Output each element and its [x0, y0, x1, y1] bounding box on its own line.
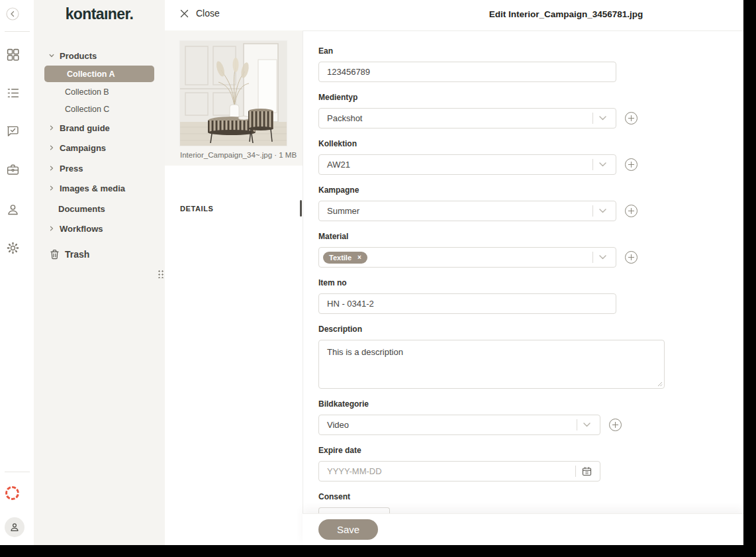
app-window: kontaıner. Products Collection A Collect…	[0, 0, 743, 545]
sidebar-item-images-media[interactable]: Images & media	[34, 181, 165, 195]
field-kampagne: Kampagne Summer	[318, 185, 743, 221]
sidebar-item-label: Images & media	[60, 183, 125, 193]
field-label: Description	[318, 325, 743, 334]
material-multiselect[interactable]: Textile ×	[318, 247, 616, 268]
add-option-button[interactable]	[609, 419, 622, 431]
edit-header: Close Edit Interior_Campaign_3456781.jpg	[165, 0, 743, 31]
sidebar-item-label: Workflows	[60, 224, 103, 234]
tag-label: Textile	[329, 254, 352, 262]
select-divider	[592, 159, 593, 170]
grid-view-icon[interactable]	[5, 46, 21, 62]
medientyp-select[interactable]: Packshot	[318, 108, 616, 128]
resize-corner-icon[interactable]	[657, 381, 663, 387]
selected-value: AW21	[327, 160, 592, 170]
close-button[interactable]: Close	[180, 8, 220, 19]
sidebar-item-label: Documents	[58, 204, 105, 214]
main-panel: Close Edit Interior_Campaign_3456781.jpg	[165, 0, 743, 545]
kollektion-select[interactable]: AW21	[318, 154, 616, 175]
kontainer-logo: kontaıner.	[34, 5, 165, 23]
selected-value: Summer	[327, 206, 592, 216]
trash-can-icon	[50, 249, 60, 260]
collapse-sidebar-icon[interactable]	[5, 6, 21, 22]
account-avatar[interactable]	[5, 517, 24, 537]
tab-details[interactable]: DETAILS	[180, 205, 213, 213]
sidebar-item-collection-a-active[interactable]: Collection A	[44, 66, 154, 82]
chevron-down-icon	[599, 209, 606, 213]
sidebar-item-brand-guide[interactable]: Brand guide	[34, 121, 165, 134]
ean-input-wrap	[318, 62, 616, 82]
item-no-input-wrap	[318, 293, 616, 314]
asset-panel: Interior_Campaign_34~.jpg · 1 MB DETAILS	[165, 30, 303, 545]
chevron-down-icon	[599, 255, 606, 260]
description-textarea[interactable]: This is a description	[319, 340, 664, 388]
sidebar-item-label: Trash	[65, 249, 89, 260]
chevron-right-icon	[49, 226, 54, 231]
field-label: Item no	[318, 278, 743, 288]
sidebar-item-products[interactable]: Products	[34, 49, 165, 62]
field-ean: Ean	[318, 46, 743, 82]
add-option-button[interactable]	[625, 158, 638, 171]
chevron-down-icon	[583, 423, 591, 427]
sidebar-item-workflows[interactable]: Workflows	[34, 222, 165, 235]
select-divider	[592, 113, 593, 124]
description-textarea-wrap: This is a description	[318, 340, 665, 389]
chevron-right-icon	[49, 185, 54, 191]
chevron-right-icon	[49, 145, 54, 150]
ean-input[interactable]	[327, 67, 608, 77]
icon-rail	[0, 0, 34, 545]
field-expire-date: Expire date	[318, 446, 743, 481]
field-material: Material Textile ×	[318, 232, 743, 268]
rail-divider	[5, 472, 30, 472]
selected-value: Packshot	[327, 113, 592, 123]
expire-date-input-wrap	[318, 461, 600, 481]
sidebar-item-label: Products	[60, 51, 97, 61]
calendar-icon[interactable]	[582, 466, 592, 476]
save-button[interactable]: Save	[318, 519, 378, 540]
rail-divider	[5, 31, 30, 32]
sidebar-item-press[interactable]: Press	[34, 162, 165, 175]
sidebar-item-label: Press	[60, 164, 83, 174]
field-label: Bildkategorie	[318, 399, 743, 409]
user-icon[interactable]	[5, 201, 21, 217]
bildkategorie-select[interactable]: Video	[318, 415, 600, 435]
add-option-button[interactable]	[625, 251, 638, 264]
sidebar-item-label: Collection B	[65, 87, 109, 97]
expire-date-input[interactable]	[327, 466, 575, 476]
select-divider	[592, 205, 593, 217]
field-label: Material	[318, 232, 743, 242]
tag-remove-icon[interactable]: ×	[357, 254, 361, 261]
asset-filename-caption: Interior_Campaign_34~.jpg · 1 MB	[180, 151, 297, 159]
comment-check-icon[interactable]	[5, 123, 21, 138]
field-label: Expire date	[318, 446, 743, 456]
item-no-input[interactable]	[327, 299, 608, 309]
add-option-button[interactable]	[625, 112, 638, 125]
briefcase-icon[interactable]	[5, 162, 21, 177]
field-bildkategorie: Bildkategorie Video	[318, 399, 743, 435]
field-item-no: Item no	[318, 278, 743, 314]
list-view-icon[interactable]	[5, 85, 21, 101]
chevron-down-icon	[599, 116, 606, 121]
sidebar-item-trash[interactable]: Trash	[34, 247, 165, 262]
sidebar-item-label: Brand guide	[60, 123, 110, 133]
chevron-down-icon	[599, 162, 606, 167]
material-tag-textile: Textile ×	[323, 252, 367, 264]
kampagne-select[interactable]: Summer	[318, 201, 616, 221]
close-icon	[180, 9, 189, 18]
drag-dots-handle[interactable]	[158, 270, 164, 278]
sidebar-item-campaigns[interactable]: Campaigns	[34, 141, 165, 154]
details-scrollbar-thumb[interactable]	[300, 200, 302, 217]
settings-gear-icon[interactable]	[5, 240, 21, 256]
sidebar: kontaıner. Products Collection A Collect…	[34, 0, 165, 545]
help-lifebuoy-icon[interactable]	[5, 486, 19, 500]
metadata-form: Ean Medientyp Packshot	[303, 30, 743, 545]
page-title: Edit Interior_Campaign_3456781.jpg	[489, 9, 643, 19]
asset-preview-section: Interior_Campaign_34~.jpg · 1 MB	[165, 30, 303, 166]
close-label: Close	[196, 8, 220, 19]
asset-thumbnail-image[interactable]	[180, 41, 287, 146]
form-footer: Save	[303, 513, 743, 545]
chevron-right-icon	[49, 166, 54, 171]
selected-value: Video	[327, 420, 577, 430]
select-divider	[575, 466, 576, 477]
field-medientyp: Medientyp Packshot	[318, 93, 743, 128]
add-option-button[interactable]	[625, 205, 638, 217]
